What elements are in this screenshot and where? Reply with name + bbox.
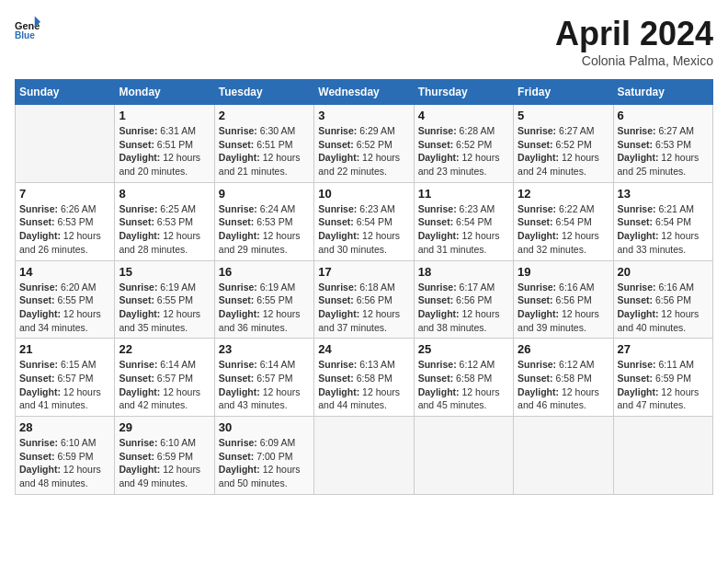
calendar-week-row: 21Sunrise: 6:15 AMSunset: 6:57 PMDayligh… — [16, 339, 713, 417]
weekday-header-saturday: Saturday — [613, 80, 712, 105]
calendar-cell: 13Sunrise: 6:21 AMSunset: 6:54 PMDayligh… — [613, 182, 712, 260]
day-number: 23 — [219, 342, 310, 356]
day-number: 5 — [518, 109, 609, 122]
day-number: 20 — [618, 265, 709, 279]
logo-icon: General Blue — [15, 15, 40, 40]
calendar-cell: 25Sunrise: 6:12 AMSunset: 6:58 PMDayligh… — [414, 339, 513, 417]
header: General Blue April 2024 Colonia Palma, M… — [15, 15, 713, 68]
day-number: 13 — [618, 187, 709, 201]
day-info: Sunrise: 6:22 AMSunset: 6:54 PMDaylight:… — [518, 202, 609, 257]
day-info: Sunrise: 6:18 AMSunset: 6:56 PMDaylight:… — [318, 281, 409, 335]
day-info: Sunrise: 6:15 AMSunset: 6:57 PMDaylight:… — [19, 358, 110, 412]
weekday-header-wednesday: Wednesday — [314, 80, 414, 105]
calendar-cell: 29Sunrise: 6:10 AMSunset: 6:59 PMDayligh… — [115, 417, 214, 495]
day-number: 16 — [219, 265, 310, 279]
weekday-header-tuesday: Tuesday — [214, 80, 313, 105]
calendar-week-row: 1Sunrise: 6:31 AMSunset: 6:51 PMDaylight… — [16, 105, 713, 183]
calendar-cell: 23Sunrise: 6:14 AMSunset: 6:57 PMDayligh… — [214, 339, 313, 417]
calendar-cell: 20Sunrise: 6:16 AMSunset: 6:56 PMDayligh… — [613, 260, 712, 339]
day-number: 18 — [418, 265, 509, 279]
day-number: 6 — [618, 109, 709, 122]
weekday-header-row: SundayMondayTuesdayWednesdayThursdayFrid… — [16, 80, 713, 105]
day-number: 9 — [219, 187, 310, 201]
day-info: Sunrise: 6:10 AMSunset: 6:59 PMDaylight:… — [19, 436, 110, 490]
calendar-cell: 18Sunrise: 6:17 AMSunset: 6:56 PMDayligh… — [414, 260, 513, 339]
month-title: April 2024 — [555, 15, 713, 53]
day-info: Sunrise: 6:24 AMSunset: 6:53 PMDaylight:… — [219, 202, 310, 257]
day-number: 10 — [318, 187, 409, 201]
weekday-header-friday: Friday — [514, 80, 613, 105]
calendar-cell: 27Sunrise: 6:11 AMSunset: 6:59 PMDayligh… — [613, 339, 712, 417]
calendar-cell: 21Sunrise: 6:15 AMSunset: 6:57 PMDayligh… — [16, 339, 115, 417]
calendar-week-row: 28Sunrise: 6:10 AMSunset: 6:59 PMDayligh… — [16, 417, 713, 495]
svg-text:Blue: Blue — [15, 30, 35, 40]
subtitle: Colonia Palma, Mexico — [555, 53, 713, 68]
calendar-cell: 4Sunrise: 6:28 AMSunset: 6:52 PMDaylight… — [414, 105, 513, 183]
calendar-cell: 24Sunrise: 6:13 AMSunset: 6:58 PMDayligh… — [314, 339, 414, 417]
calendar-cell: 5Sunrise: 6:27 AMSunset: 6:52 PMDaylight… — [514, 105, 613, 183]
day-number: 27 — [618, 342, 709, 356]
day-number: 8 — [119, 187, 210, 201]
calendar-cell: 26Sunrise: 6:12 AMSunset: 6:58 PMDayligh… — [514, 339, 613, 417]
day-info: Sunrise: 6:12 AMSunset: 6:58 PMDaylight:… — [418, 358, 509, 412]
day-info: Sunrise: 6:19 AMSunset: 6:55 PMDaylight:… — [219, 281, 310, 335]
day-info: Sunrise: 6:14 AMSunset: 6:57 PMDaylight:… — [219, 358, 310, 412]
day-info: Sunrise: 6:12 AMSunset: 6:58 PMDaylight:… — [518, 358, 609, 412]
day-info: Sunrise: 6:23 AMSunset: 6:54 PMDaylight:… — [418, 202, 509, 257]
day-number: 11 — [418, 187, 509, 201]
calendar-cell: 9Sunrise: 6:24 AMSunset: 6:53 PMDaylight… — [214, 182, 313, 260]
day-number: 30 — [219, 420, 310, 434]
weekday-header-thursday: Thursday — [414, 80, 513, 105]
day-info: Sunrise: 6:11 AMSunset: 6:59 PMDaylight:… — [618, 358, 709, 412]
day-info: Sunrise: 6:30 AMSunset: 6:51 PMDaylight:… — [219, 124, 310, 178]
day-info: Sunrise: 6:16 AMSunset: 6:56 PMDaylight:… — [618, 281, 709, 335]
day-info: Sunrise: 6:10 AMSunset: 6:59 PMDaylight:… — [119, 436, 210, 490]
day-number: 17 — [318, 265, 409, 279]
calendar-cell: 15Sunrise: 6:19 AMSunset: 6:55 PMDayligh… — [115, 260, 214, 339]
calendar-cell — [314, 417, 414, 495]
calendar-cell: 1Sunrise: 6:31 AMSunset: 6:51 PMDaylight… — [115, 105, 214, 183]
day-info: Sunrise: 6:25 AMSunset: 6:53 PMDaylight:… — [119, 202, 210, 257]
calendar-cell — [16, 105, 115, 183]
day-info: Sunrise: 6:19 AMSunset: 6:55 PMDaylight:… — [119, 281, 210, 335]
day-info: Sunrise: 6:16 AMSunset: 6:56 PMDaylight:… — [518, 281, 609, 335]
day-info: Sunrise: 6:26 AMSunset: 6:53 PMDaylight:… — [19, 202, 110, 257]
day-number: 26 — [518, 342, 609, 356]
title-area: April 2024 Colonia Palma, Mexico — [555, 15, 713, 68]
day-info: Sunrise: 6:23 AMSunset: 6:54 PMDaylight:… — [318, 202, 409, 257]
logo: General Blue — [15, 15, 40, 40]
calendar-cell: 30Sunrise: 6:09 AMSunset: 7:00 PMDayligh… — [214, 417, 313, 495]
calendar: SundayMondayTuesdayWednesdayThursdayFrid… — [15, 79, 713, 495]
calendar-week-row: 7Sunrise: 6:26 AMSunset: 6:53 PMDaylight… — [16, 182, 713, 260]
day-number: 29 — [119, 420, 210, 434]
day-info: Sunrise: 6:31 AMSunset: 6:51 PMDaylight:… — [119, 124, 210, 178]
calendar-cell — [414, 417, 513, 495]
day-info: Sunrise: 6:29 AMSunset: 6:52 PMDaylight:… — [318, 124, 409, 178]
day-number: 2 — [219, 109, 310, 122]
day-number: 24 — [318, 342, 409, 356]
weekday-header-monday: Monday — [115, 80, 214, 105]
calendar-cell: 12Sunrise: 6:22 AMSunset: 6:54 PMDayligh… — [514, 182, 613, 260]
day-number: 12 — [518, 187, 609, 201]
day-number: 28 — [19, 420, 110, 434]
weekday-header-sunday: Sunday — [16, 80, 115, 105]
day-number: 15 — [119, 265, 210, 279]
day-info: Sunrise: 6:14 AMSunset: 6:57 PMDaylight:… — [119, 358, 210, 412]
day-info: Sunrise: 6:20 AMSunset: 6:55 PMDaylight:… — [19, 281, 110, 335]
day-number: 14 — [19, 265, 110, 279]
day-number: 19 — [518, 265, 609, 279]
calendar-cell: 19Sunrise: 6:16 AMSunset: 6:56 PMDayligh… — [514, 260, 613, 339]
day-number: 7 — [19, 187, 110, 201]
day-number: 3 — [318, 109, 409, 122]
day-info: Sunrise: 6:21 AMSunset: 6:54 PMDaylight:… — [618, 202, 709, 257]
day-info: Sunrise: 6:17 AMSunset: 6:56 PMDaylight:… — [418, 281, 509, 335]
calendar-cell — [514, 417, 613, 495]
day-info: Sunrise: 6:27 AMSunset: 6:52 PMDaylight:… — [518, 124, 609, 178]
day-number: 4 — [418, 109, 509, 122]
day-number: 21 — [19, 342, 110, 356]
day-number: 25 — [418, 342, 509, 356]
calendar-cell: 10Sunrise: 6:23 AMSunset: 6:54 PMDayligh… — [314, 182, 414, 260]
calendar-week-row: 14Sunrise: 6:20 AMSunset: 6:55 PMDayligh… — [16, 260, 713, 339]
calendar-cell: 28Sunrise: 6:10 AMSunset: 6:59 PMDayligh… — [16, 417, 115, 495]
calendar-cell: 17Sunrise: 6:18 AMSunset: 6:56 PMDayligh… — [314, 260, 414, 339]
